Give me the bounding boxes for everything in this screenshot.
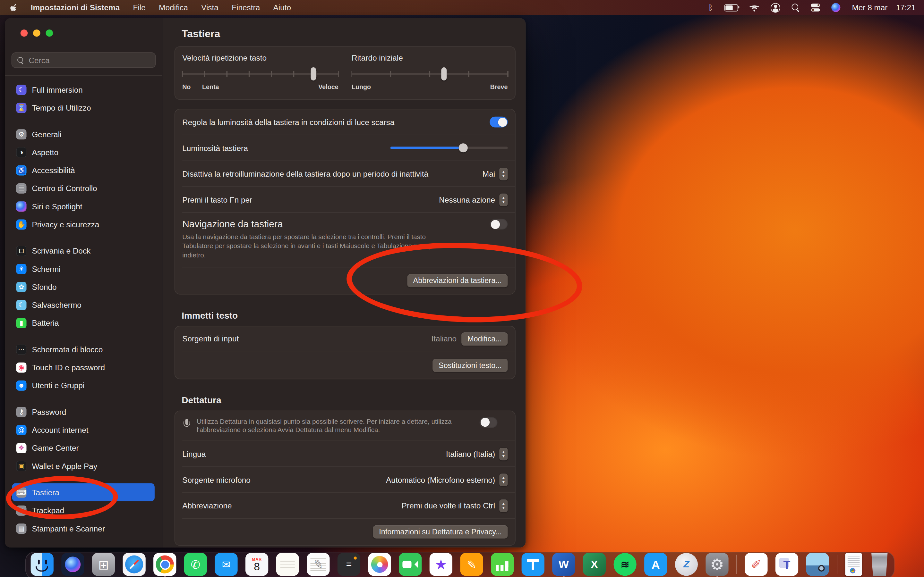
calendar-icon[interactable]: MAR8 [246, 553, 268, 576]
bluetooth-icon[interactable]: ᛒ [708, 3, 713, 12]
sidebar-item-trackpad[interactable]: ☟Trackpad [12, 501, 155, 519]
numbers-icon[interactable] [491, 553, 514, 576]
sidebar-item-generali[interactable]: ⚙Generali [12, 125, 155, 143]
spotify-icon[interactable]: ≋ [614, 553, 636, 576]
menu-vista[interactable]: Vista [201, 3, 218, 12]
sidebar-item-wallet-e-apple-pay[interactable]: ▣Wallet e Apple Pay [12, 457, 155, 475]
minimize-button[interactable] [33, 29, 40, 37]
sidebar-item-schermata-di-blocco[interactable]: ⋯Schermata di blocco [12, 340, 155, 358]
sidebar-item-password[interactable]: ⚷Password [12, 403, 155, 421]
sidebar-item-centro-di-controllo[interactable]: ☰Centro di Controllo [12, 179, 155, 197]
sidebar-item-batteria[interactable]: ▮Batteria [12, 314, 155, 332]
sidebar-item-full-immersion[interactable]: ☾Full immersion [12, 81, 155, 98]
control-center-icon[interactable] [811, 3, 820, 12]
whatsapp-icon[interactable]: ✆ [184, 553, 207, 576]
dictation-privacy-info-button[interactable]: Informazioni su Dettatura e Privacy... [373, 525, 507, 538]
menu-modifica[interactable]: Modifica [159, 3, 188, 12]
stepper-icon[interactable]: ▲▼ [499, 500, 507, 512]
sidebar-item-account-internet[interactable]: @Account internet [12, 421, 155, 439]
notes-icon[interactable] [276, 553, 299, 576]
sidebar-item-aspetto[interactable]: ◑Aspetto [12, 143, 155, 161]
finder-icon[interactable] [31, 553, 53, 576]
slider-knob[interactable] [459, 143, 467, 152]
row-dictation-info: Informazioni su Dettatura e Privacy... [175, 519, 515, 546]
delay-label: Ritardo iniziale [352, 53, 508, 63]
safari-icon[interactable] [123, 553, 145, 576]
calculator-icon[interactable]: = [338, 553, 360, 576]
facetime-icon[interactable] [399, 553, 422, 576]
keyboard-shortcuts-button[interactable]: Abbreviazioni da tastiera... [407, 274, 508, 287]
stepper-icon[interactable]: ▲▼ [499, 167, 507, 180]
screensaver-icon: ☾ [16, 300, 27, 310]
sidebar-item-scrivania-e-dock[interactable]: ⊟Scrivania e Dock [12, 242, 155, 259]
adjust-brightness-toggle[interactable] [489, 117, 507, 127]
teams-icon[interactable]: T [775, 553, 798, 576]
zoom-button[interactable] [46, 29, 53, 37]
siri-icon[interactable] [61, 553, 84, 576]
sidebar-item-tempo-di-utilizzo[interactable]: ⌛Tempo di Utilizzo [12, 99, 155, 117]
siri-icon[interactable] [832, 3, 841, 12]
sidebar-item-label: Siri e Spotlight [32, 201, 82, 211]
sidebar-item-salvaschermo[interactable]: ☾Salvaschermo [12, 296, 155, 314]
scanner-icon[interactable]: Z [675, 553, 698, 576]
sidebar-item-sfondo[interactable]: ✿Sfondo [12, 277, 155, 295]
dictation-toggle[interactable] [479, 417, 497, 428]
preview-icon[interactable] [806, 553, 829, 576]
sidebar-item-accessibilit[interactable]: ♿Accessibilità [12, 161, 155, 179]
photos-icon[interactable] [368, 553, 391, 576]
sidebar-item-utenti-e-gruppi[interactable]: ☻Utenti e Gruppi [12, 376, 155, 394]
text-substitutions-button[interactable]: Sostituzioni testo... [433, 358, 507, 372]
keyboard-brightness-slider[interactable] [391, 147, 508, 149]
launchpad-icon[interactable]: ⊞ [92, 553, 115, 576]
chrome-icon[interactable] [153, 553, 176, 576]
slider-tick [182, 71, 183, 77]
menu-app-title[interactable]: Impostazioni di Sistema [31, 3, 120, 12]
pixelmator-icon[interactable]: ✐ [745, 553, 767, 576]
sidebar-item-siri-e-spotlight[interactable]: Siri e Spotlight [12, 197, 155, 215]
system-settings-icon[interactable]: ⚙ [706, 553, 728, 576]
word-icon[interactable]: W [552, 553, 575, 576]
mail-icon[interactable]: ✉ [215, 553, 237, 576]
pages-icon[interactable]: ✎ [460, 553, 483, 576]
keyboard-nav-toggle[interactable] [489, 219, 507, 230]
repeat-rate-slider[interactable] [182, 66, 338, 82]
menu-clock[interactable]: Mer 8 mar 17:21 [852, 3, 915, 12]
wifi-icon[interactable] [750, 3, 759, 12]
battery-icon[interactable] [724, 3, 738, 12]
excel-icon[interactable]: X [583, 553, 606, 576]
delay-slider[interactable] [352, 66, 508, 82]
row-keyboard-navigation: Navigazione da tastiera Usa la navigazio… [175, 213, 515, 267]
close-button[interactable] [21, 29, 28, 37]
slider-knob[interactable] [310, 67, 316, 81]
stepper-icon[interactable]: ▲▼ [499, 448, 507, 460]
menu-file[interactable]: File [133, 3, 145, 12]
sidebar-item-privacy-e-sicurezza[interactable]: ✋Privacy e sicurezza [12, 215, 155, 233]
search-input[interactable] [27, 55, 150, 65]
dictation-card: Utilizza Dettatura in qualsiasi punto si… [174, 410, 515, 546]
slider-knob[interactable] [441, 67, 447, 81]
textedit-icon[interactable] [307, 553, 330, 576]
dictation-shortcut-label: Abbreviazione [182, 501, 238, 510]
microphone-source-label: Sorgente microfono [182, 475, 256, 484]
sidebar-item-tastiera[interactable]: ⌨Tastiera [12, 484, 155, 501]
stepper-icon[interactable]: ▲▼ [499, 474, 507, 486]
appstore-icon[interactable]: A [644, 553, 667, 576]
sidebar-item-schermi[interactable]: ☀Schermi [12, 259, 155, 277]
menu-finestra[interactable]: Finestra [232, 3, 260, 12]
imovie-icon[interactable]: ★ [430, 553, 452, 576]
gear-icon: ⚙ [16, 129, 27, 139]
sidebar-item-game-center[interactable]: ❖Game Center [12, 439, 155, 457]
menu-aiuto[interactable]: Aiuto [273, 3, 291, 12]
document-icon[interactable] [845, 553, 862, 576]
sidebar-item-touch-id-e-password[interactable]: ◉Touch ID e password [12, 358, 155, 376]
keynote-icon[interactable] [522, 553, 544, 576]
spotlight-icon[interactable] [792, 3, 800, 12]
trash-icon[interactable] [870, 553, 889, 576]
apple-menu-icon[interactable] [10, 3, 17, 12]
edit-input-sources-button[interactable]: Modifica... [461, 332, 507, 345]
stepper-icon[interactable]: ▲▼ [499, 193, 507, 206]
user-account-icon[interactable] [771, 3, 780, 12]
search-field[interactable] [11, 52, 156, 68]
siri-icon [16, 201, 27, 211]
sidebar-item-stampanti-e-scanner[interactable]: ▤Stampanti e Scanner [12, 519, 155, 537]
